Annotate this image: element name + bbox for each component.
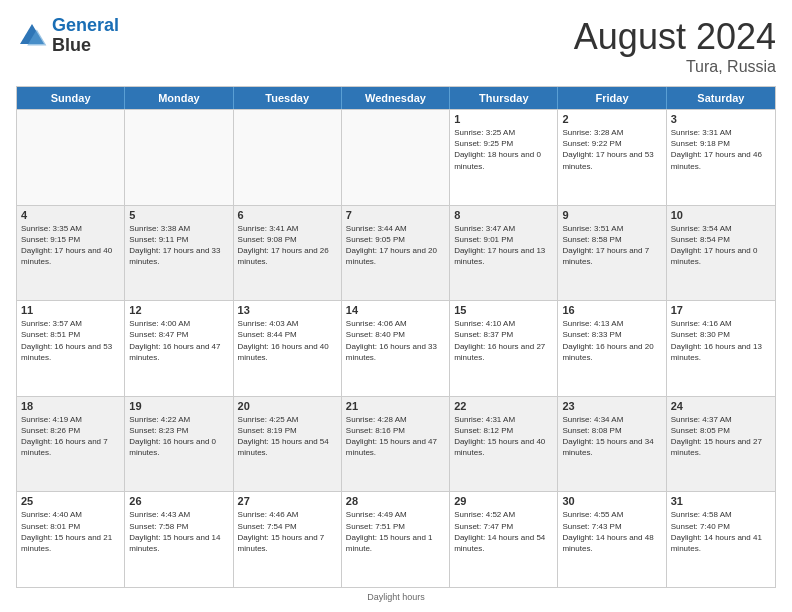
week-row-3: 18Sunrise: 4:19 AMSunset: 8:26 PMDayligh…	[17, 396, 775, 492]
day-number: 10	[671, 209, 771, 221]
cell-text: Sunrise: 4:13 AMSunset: 8:33 PMDaylight:…	[562, 318, 661, 363]
day-number: 31	[671, 495, 771, 507]
logo: General Blue	[16, 16, 119, 56]
title-block: August 2024 Tura, Russia	[574, 16, 776, 76]
day-of-week-friday: Friday	[558, 87, 666, 109]
cell-text: Sunrise: 3:28 AMSunset: 9:22 PMDaylight:…	[562, 127, 661, 172]
day-number: 2	[562, 113, 661, 125]
cell-text: Sunrise: 3:31 AMSunset: 9:18 PMDaylight:…	[671, 127, 771, 172]
cal-cell: 13Sunrise: 4:03 AMSunset: 8:44 PMDayligh…	[234, 301, 342, 396]
cal-cell: 14Sunrise: 4:06 AMSunset: 8:40 PMDayligh…	[342, 301, 450, 396]
cal-cell	[17, 110, 125, 205]
cal-cell: 2Sunrise: 3:28 AMSunset: 9:22 PMDaylight…	[558, 110, 666, 205]
week-row-1: 4Sunrise: 3:35 AMSunset: 9:15 PMDaylight…	[17, 205, 775, 301]
cal-cell: 11Sunrise: 3:57 AMSunset: 8:51 PMDayligh…	[17, 301, 125, 396]
cell-text: Sunrise: 4:06 AMSunset: 8:40 PMDaylight:…	[346, 318, 445, 363]
day-number: 18	[21, 400, 120, 412]
day-number: 20	[238, 400, 337, 412]
cell-text: Sunrise: 4:16 AMSunset: 8:30 PMDaylight:…	[671, 318, 771, 363]
day-number: 28	[346, 495, 445, 507]
cal-cell: 24Sunrise: 4:37 AMSunset: 8:05 PMDayligh…	[667, 397, 775, 492]
week-row-4: 25Sunrise: 4:40 AMSunset: 8:01 PMDayligh…	[17, 491, 775, 587]
day-of-week-tuesday: Tuesday	[234, 87, 342, 109]
cal-cell: 18Sunrise: 4:19 AMSunset: 8:26 PMDayligh…	[17, 397, 125, 492]
cell-text: Sunrise: 4:58 AMSunset: 7:40 PMDaylight:…	[671, 509, 771, 554]
cell-text: Sunrise: 4:37 AMSunset: 8:05 PMDaylight:…	[671, 414, 771, 459]
cal-cell: 26Sunrise: 4:43 AMSunset: 7:58 PMDayligh…	[125, 492, 233, 587]
cal-cell: 10Sunrise: 3:54 AMSunset: 8:54 PMDayligh…	[667, 206, 775, 301]
cell-text: Sunrise: 3:54 AMSunset: 8:54 PMDaylight:…	[671, 223, 771, 268]
day-number: 23	[562, 400, 661, 412]
day-number: 8	[454, 209, 553, 221]
cal-cell: 12Sunrise: 4:00 AMSunset: 8:47 PMDayligh…	[125, 301, 233, 396]
cell-text: Sunrise: 4:46 AMSunset: 7:54 PMDaylight:…	[238, 509, 337, 554]
cal-cell: 27Sunrise: 4:46 AMSunset: 7:54 PMDayligh…	[234, 492, 342, 587]
cal-cell: 5Sunrise: 3:38 AMSunset: 9:11 PMDaylight…	[125, 206, 233, 301]
header: General Blue August 2024 Tura, Russia	[16, 16, 776, 76]
week-row-0: 1Sunrise: 3:25 AMSunset: 9:25 PMDaylight…	[17, 109, 775, 205]
cal-cell: 3Sunrise: 3:31 AMSunset: 9:18 PMDaylight…	[667, 110, 775, 205]
month-title: August 2024	[574, 16, 776, 58]
cal-cell: 17Sunrise: 4:16 AMSunset: 8:30 PMDayligh…	[667, 301, 775, 396]
cal-cell	[234, 110, 342, 205]
day-of-week-wednesday: Wednesday	[342, 87, 450, 109]
cell-text: Sunrise: 4:31 AMSunset: 8:12 PMDaylight:…	[454, 414, 553, 459]
day-number: 30	[562, 495, 661, 507]
cal-cell: 30Sunrise: 4:55 AMSunset: 7:43 PMDayligh…	[558, 492, 666, 587]
day-of-week-monday: Monday	[125, 87, 233, 109]
calendar: SundayMondayTuesdayWednesdayThursdayFrid…	[16, 86, 776, 588]
cal-cell: 4Sunrise: 3:35 AMSunset: 9:15 PMDaylight…	[17, 206, 125, 301]
day-of-week-thursday: Thursday	[450, 87, 558, 109]
week-row-2: 11Sunrise: 3:57 AMSunset: 8:51 PMDayligh…	[17, 300, 775, 396]
page: General Blue August 2024 Tura, Russia Su…	[0, 0, 792, 612]
cell-text: Sunrise: 4:25 AMSunset: 8:19 PMDaylight:…	[238, 414, 337, 459]
cell-text: Sunrise: 4:03 AMSunset: 8:44 PMDaylight:…	[238, 318, 337, 363]
cell-text: Sunrise: 3:41 AMSunset: 9:08 PMDaylight:…	[238, 223, 337, 268]
day-number: 25	[21, 495, 120, 507]
cal-cell: 6Sunrise: 3:41 AMSunset: 9:08 PMDaylight…	[234, 206, 342, 301]
logo-icon	[16, 20, 48, 52]
location: Tura, Russia	[574, 58, 776, 76]
cell-text: Sunrise: 4:52 AMSunset: 7:47 PMDaylight:…	[454, 509, 553, 554]
cal-cell: 25Sunrise: 4:40 AMSunset: 8:01 PMDayligh…	[17, 492, 125, 587]
day-number: 6	[238, 209, 337, 221]
cal-cell: 28Sunrise: 4:49 AMSunset: 7:51 PMDayligh…	[342, 492, 450, 587]
cal-cell: 1Sunrise: 3:25 AMSunset: 9:25 PMDaylight…	[450, 110, 558, 205]
cal-cell: 19Sunrise: 4:22 AMSunset: 8:23 PMDayligh…	[125, 397, 233, 492]
cal-cell: 8Sunrise: 3:47 AMSunset: 9:01 PMDaylight…	[450, 206, 558, 301]
day-number: 16	[562, 304, 661, 316]
cal-cell	[125, 110, 233, 205]
cell-text: Sunrise: 3:51 AMSunset: 8:58 PMDaylight:…	[562, 223, 661, 268]
cal-cell: 16Sunrise: 4:13 AMSunset: 8:33 PMDayligh…	[558, 301, 666, 396]
cell-text: Sunrise: 4:40 AMSunset: 8:01 PMDaylight:…	[21, 509, 120, 554]
cell-text: Sunrise: 3:57 AMSunset: 8:51 PMDaylight:…	[21, 318, 120, 363]
day-number: 22	[454, 400, 553, 412]
day-number: 5	[129, 209, 228, 221]
cell-text: Sunrise: 3:47 AMSunset: 9:01 PMDaylight:…	[454, 223, 553, 268]
calendar-header: SundayMondayTuesdayWednesdayThursdayFrid…	[17, 87, 775, 109]
day-number: 19	[129, 400, 228, 412]
cal-cell: 23Sunrise: 4:34 AMSunset: 8:08 PMDayligh…	[558, 397, 666, 492]
cal-cell: 22Sunrise: 4:31 AMSunset: 8:12 PMDayligh…	[450, 397, 558, 492]
cell-text: Sunrise: 4:28 AMSunset: 8:16 PMDaylight:…	[346, 414, 445, 459]
day-number: 21	[346, 400, 445, 412]
cal-cell: 9Sunrise: 3:51 AMSunset: 8:58 PMDaylight…	[558, 206, 666, 301]
day-number: 29	[454, 495, 553, 507]
day-number: 9	[562, 209, 661, 221]
day-number: 24	[671, 400, 771, 412]
day-number: 12	[129, 304, 228, 316]
cell-text: Sunrise: 4:19 AMSunset: 8:26 PMDaylight:…	[21, 414, 120, 459]
cal-cell: 15Sunrise: 4:10 AMSunset: 8:37 PMDayligh…	[450, 301, 558, 396]
day-number: 13	[238, 304, 337, 316]
cal-cell	[342, 110, 450, 205]
cal-cell: 31Sunrise: 4:58 AMSunset: 7:40 PMDayligh…	[667, 492, 775, 587]
cell-text: Sunrise: 3:35 AMSunset: 9:15 PMDaylight:…	[21, 223, 120, 268]
day-number: 15	[454, 304, 553, 316]
cell-text: Sunrise: 3:25 AMSunset: 9:25 PMDaylight:…	[454, 127, 553, 172]
day-number: 1	[454, 113, 553, 125]
cell-text: Sunrise: 4:10 AMSunset: 8:37 PMDaylight:…	[454, 318, 553, 363]
cal-cell: 21Sunrise: 4:28 AMSunset: 8:16 PMDayligh…	[342, 397, 450, 492]
cal-cell: 7Sunrise: 3:44 AMSunset: 9:05 PMDaylight…	[342, 206, 450, 301]
cell-text: Sunrise: 3:38 AMSunset: 9:11 PMDaylight:…	[129, 223, 228, 268]
day-number: 11	[21, 304, 120, 316]
